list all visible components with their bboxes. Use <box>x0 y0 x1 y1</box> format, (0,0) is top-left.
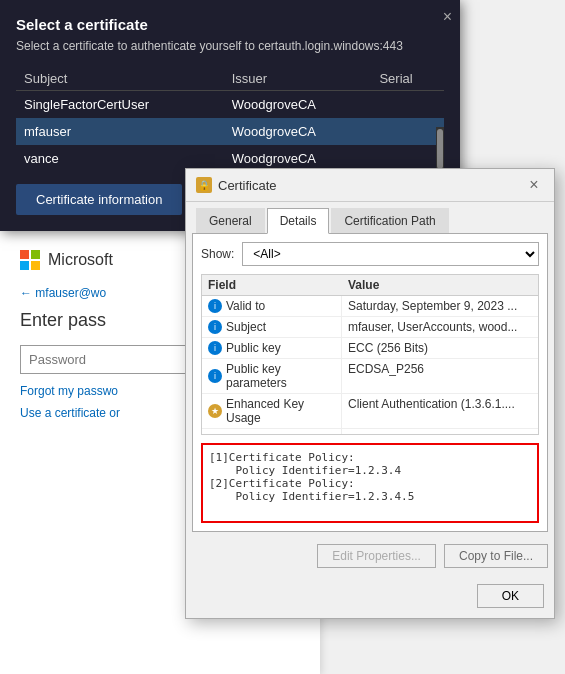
table-row[interactable]: SingleFactorCertUser WoodgroveCA <box>16 91 444 119</box>
list-item[interactable]: iPublic key parameters ECDSA_P256 <box>202 359 538 394</box>
field-icon-pubkey: i <box>208 341 222 355</box>
field-icon-valid-to: i <box>208 299 222 313</box>
row-subject: SingleFactorCertUser <box>16 91 224 119</box>
cert-detail-text-area: [1]Certificate Policy: Policy Identifier… <box>201 443 539 523</box>
list-item[interactable]: ★Enhanced Key Usage Client Authenticatio… <box>202 394 538 429</box>
field-icon-eku: ★ <box>208 404 222 418</box>
ms-logo-text: Microsoft <box>48 251 113 269</box>
cert-detail-titlebar-left: 🔒 Certificate <box>196 177 277 193</box>
table-row[interactable]: mfauser WoodgroveCA <box>16 118 444 145</box>
tab-details[interactable]: Details <box>267 208 330 234</box>
edit-properties-button[interactable]: Edit Properties... <box>317 544 436 568</box>
tab-certification-path[interactable]: Certification Path <box>331 208 448 233</box>
row-subject: mfauser <box>16 118 224 145</box>
col-field-header: Field <box>202 275 342 295</box>
copy-to-file-button[interactable]: Copy to File... <box>444 544 548 568</box>
ms-back-text: ← mfauser@wo <box>20 286 106 300</box>
cert-table: Subject Issuer Serial SingleFactorCertUs… <box>16 67 444 172</box>
cert-select-close-button[interactable]: × <box>443 8 452 26</box>
cert-info-button[interactable]: Certificate information <box>16 184 182 215</box>
field-value-list[interactable]: iValid to Saturday, September 9, 2023 ..… <box>201 295 539 435</box>
ok-button[interactable]: OK <box>477 584 544 608</box>
cert-detail-dialog: 🔒 Certificate × General Details Certific… <box>185 168 555 619</box>
cert-detail-title: Certificate <box>218 178 277 193</box>
col-issuer: Issuer <box>224 67 372 91</box>
scrollbar-thumb <box>437 129 443 169</box>
ok-row: OK <box>186 578 554 618</box>
row-issuer: WoodgroveCA <box>224 91 372 119</box>
row-issuer: WoodgroveCA <box>224 118 372 145</box>
row-serial <box>371 91 444 119</box>
col-subject: Subject <box>16 67 224 91</box>
cert-detail-close-button[interactable]: × <box>524 175 544 195</box>
show-select[interactable]: <All> <box>242 242 539 266</box>
cert-select-subtitle: Select a certificate to authenticate you… <box>16 39 444 53</box>
cert-tab-details-content: Show: <All> Field Value iValid to Saturd… <box>192 233 548 532</box>
show-row: Show: <All> <box>201 242 539 266</box>
tab-general[interactable]: General <box>196 208 265 233</box>
cert-tabs: General Details Certification Path <box>186 202 554 233</box>
cert-bottom-buttons: Edit Properties... Copy to File... <box>186 538 554 578</box>
field-value-header: Field Value <box>201 274 539 295</box>
cert-detail-titlebar: 🔒 Certificate × <box>186 169 554 202</box>
row-serial <box>371 118 444 145</box>
list-item[interactable]: iSubject Alternative Name Other Name:Pri… <box>202 429 538 435</box>
show-select-wrapper: <All> <box>242 242 539 266</box>
field-icon-subject: i <box>208 320 222 334</box>
list-item[interactable]: iValid to Saturday, September 9, 2023 ..… <box>202 296 538 317</box>
col-serial: Serial <box>371 67 444 91</box>
col-value-header: Value <box>342 275 538 295</box>
list-item[interactable]: iPublic key ECC (256 Bits) <box>202 338 538 359</box>
ms-logo-icon <box>20 250 40 270</box>
show-label: Show: <box>201 247 234 261</box>
cert-table-scrollbar[interactable] <box>436 127 444 172</box>
field-icon-pubkey-params: i <box>208 369 222 383</box>
cert-icon: 🔒 <box>196 177 212 193</box>
list-item[interactable]: iSubject mfauser, UserAccounts, wood... <box>202 317 538 338</box>
cert-select-title: Select a certificate <box>16 16 444 33</box>
